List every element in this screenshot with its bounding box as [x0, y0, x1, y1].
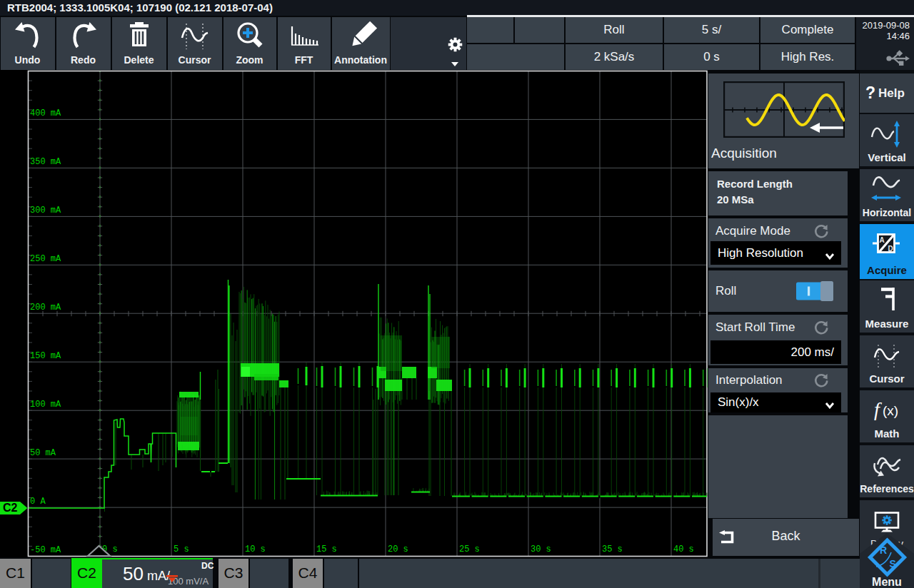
svg-text:10 s: 10 s — [245, 544, 266, 554]
svg-text:20 s: 20 s — [388, 544, 408, 554]
svg-text:D: D — [888, 245, 893, 253]
svg-text:150 mA: 150 mA — [30, 351, 61, 361]
svg-text:30 s: 30 s — [531, 544, 551, 554]
svg-text:400 mA: 400 mA — [30, 108, 61, 118]
svg-text:S: S — [890, 558, 896, 569]
svg-text:25 s: 25 s — [459, 544, 480, 554]
svg-text:350 mA: 350 mA — [30, 157, 61, 167]
svg-text:(x): (x) — [883, 403, 898, 418]
svg-text:R: R — [880, 544, 887, 556]
svg-text:15 s: 15 s — [316, 544, 337, 554]
svg-text:5 s: 5 s — [174, 544, 189, 554]
svg-text:f: f — [874, 399, 882, 420]
svg-text:35 s: 35 s — [602, 544, 623, 554]
svg-text:200 mA: 200 mA — [30, 303, 61, 313]
svg-text:300 mA: 300 mA — [30, 206, 61, 216]
svg-text:40 s: 40 s — [673, 544, 694, 554]
svg-text:A: A — [880, 236, 885, 244]
svg-text:0 A: 0 A — [30, 497, 46, 507]
svg-text:50 mA: 50 mA — [30, 448, 56, 458]
svg-text:-50 mA: -50 mA — [30, 545, 61, 555]
svg-text:250 mA: 250 mA — [30, 254, 61, 264]
svg-text:C2: C2 — [3, 502, 18, 514]
svg-text:100 mA: 100 mA — [30, 400, 61, 410]
